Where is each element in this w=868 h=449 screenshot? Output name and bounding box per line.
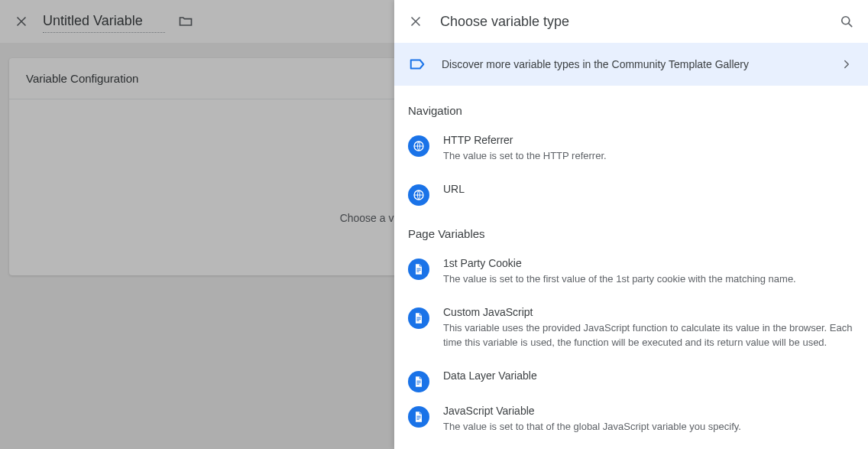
option-custom-javascript[interactable]: Custom JavaScript This variable uses the… (394, 297, 868, 360)
svg-rect-13 (416, 417, 420, 418)
search-icon[interactable] (837, 12, 856, 31)
svg-rect-10 (416, 382, 420, 382)
option-desc: The value is set to that of the global J… (443, 420, 854, 434)
doc-icon (408, 259, 429, 280)
close-icon[interactable] (406, 12, 425, 31)
choose-variable-type-panel: Choose variable type Discover more varia… (394, 0, 868, 449)
panel-title: Choose variable type (440, 14, 822, 30)
option-javascript-variable[interactable]: JavaScript Variable The value is set to … (394, 395, 868, 444)
option-desc: The value is set to the HTTP referrer. (443, 149, 854, 163)
option-1st-party-cookie[interactable]: 1st Party Cookie The value is set to the… (394, 248, 868, 297)
svg-rect-8 (416, 320, 419, 321)
svg-rect-5 (416, 272, 419, 272)
globe-icon (408, 184, 429, 206)
doc-icon (408, 406, 429, 428)
svg-rect-12 (416, 415, 420, 416)
section-heading-page-variables: Page Variables (394, 209, 868, 248)
community-templates-banner[interactable]: Discover more variable types in the Comm… (394, 43, 868, 86)
svg-rect-4 (416, 270, 420, 271)
option-desc: The value is set to the first value of t… (443, 272, 854, 286)
svg-rect-14 (416, 418, 419, 419)
option-http-referrer[interactable]: HTTP Referrer The value is set to the HT… (394, 125, 868, 174)
option-title: 1st Party Cookie (443, 257, 854, 269)
variable-name-input[interactable] (43, 10, 165, 33)
svg-rect-7 (416, 319, 420, 320)
option-url[interactable]: URL (394, 174, 868, 209)
svg-rect-3 (416, 268, 420, 269)
section-heading-navigation: Navigation (394, 86, 868, 125)
option-title: URL (443, 183, 854, 195)
globe-icon (408, 135, 429, 157)
option-data-layer-variable[interactable]: Data Layer Variable (394, 360, 868, 395)
folder-icon[interactable] (177, 13, 194, 30)
close-icon[interactable] (12, 12, 31, 31)
svg-rect-6 (416, 317, 420, 318)
option-desc: This variable uses the provided JavaScri… (443, 321, 854, 349)
panel-body: Navigation HTTP Referrer The value is se… (394, 86, 868, 449)
svg-rect-11 (416, 383, 419, 384)
svg-rect-9 (416, 380, 420, 381)
option-title: Data Layer Variable (443, 369, 854, 382)
chevron-right-icon (839, 57, 854, 72)
panel-header: Choose variable type (394, 0, 868, 43)
doc-icon (408, 307, 429, 329)
option-title: JavaScript Variable (443, 405, 854, 417)
doc-icon (408, 371, 429, 392)
option-title: HTTP Referrer (443, 134, 854, 146)
banner-text: Discover more variable types in the Comm… (442, 58, 824, 70)
option-title: Custom JavaScript (443, 306, 854, 318)
tag-icon (408, 55, 426, 73)
